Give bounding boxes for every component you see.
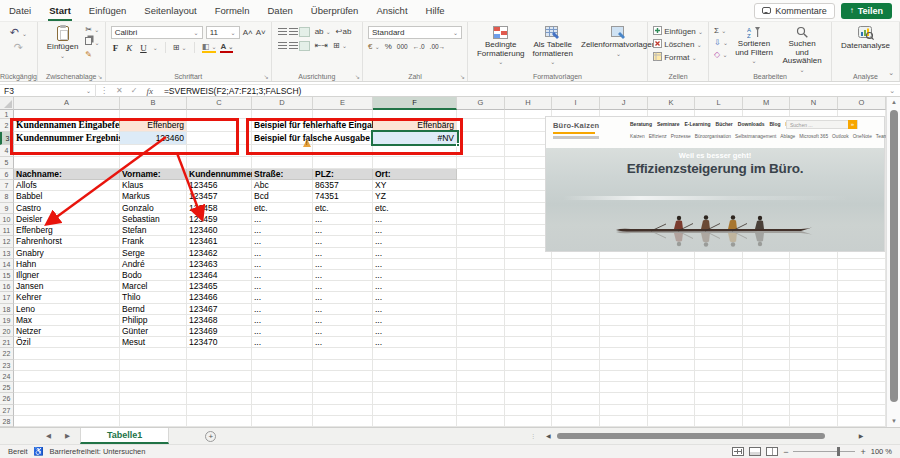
column-header-N[interactable]: N: [790, 97, 838, 110]
column-header-I[interactable]: I: [552, 97, 600, 110]
cell-F11[interactable]: ...: [373, 225, 457, 236]
insert-function-icon[interactable]: fx: [141, 86, 158, 96]
cell[interactable]: [457, 203, 505, 214]
cell[interactable]: [648, 405, 695, 416]
cell-C16[interactable]: 123465: [187, 281, 252, 292]
cell[interactable]: [695, 292, 743, 303]
website-nav-link[interactable]: Ablage: [780, 134, 795, 139]
menu-tab-start[interactable]: Start: [40, 1, 80, 21]
cell-B10[interactable]: Sebastian: [120, 214, 187, 225]
comments-button[interactable]: Kommentare: [754, 3, 835, 19]
row-header-20[interactable]: 20: [0, 326, 14, 337]
cell[interactable]: [695, 281, 743, 292]
cell-A6[interactable]: Nachname:: [14, 169, 120, 180]
cell-F2[interactable]: Effenbärg: [373, 119, 457, 132]
autosum-button[interactable]: Σ ⌄: [714, 26, 728, 36]
paste-button[interactable]: Einfügen ⌄: [43, 25, 83, 61]
zoom-in-button[interactable]: +: [860, 447, 865, 457]
cell[interactable]: [505, 236, 552, 247]
cell[interactable]: [648, 315, 695, 326]
row-header-6[interactable]: 6: [0, 169, 14, 180]
accessibility-status[interactable]: Barrierefreiheit: Untersuchen: [50, 447, 146, 456]
cell[interactable]: [648, 304, 695, 315]
website-nav-link[interactable]: Microsoft 365: [799, 134, 828, 139]
cell[interactable]: [252, 157, 313, 169]
cell[interactable]: [373, 348, 457, 359]
expand-formula-bar-chevron-icon[interactable]: ⌄: [889, 87, 900, 95]
column-header-E[interactable]: E: [313, 97, 373, 110]
cell[interactable]: [120, 348, 187, 359]
sheet-tab-tabelle1[interactable]: Tabelle1: [80, 428, 169, 444]
cell[interactable]: [695, 326, 743, 337]
cell[interactable]: [838, 393, 886, 404]
column-header-L[interactable]: L: [695, 97, 743, 110]
cell[interactable]: [552, 304, 600, 315]
cell-B21[interactable]: Mesut: [120, 337, 187, 348]
cell[interactable]: [552, 292, 600, 303]
cell-F19[interactable]: ...: [373, 315, 457, 326]
cell-C14[interactable]: 123463: [187, 259, 252, 270]
cell-A20[interactable]: Netzer: [14, 326, 120, 337]
cell-C15[interactable]: 123464: [187, 270, 252, 281]
cell[interactable]: [120, 393, 187, 404]
align-left-icon[interactable]: [278, 42, 287, 50]
cell-A2[interactable]: Kundennamen Eingabefeld:: [14, 119, 120, 132]
cut-button[interactable]: ✂ ⌄: [85, 25, 99, 35]
cell-E18[interactable]: ...: [313, 304, 373, 315]
row-header-7[interactable]: 7: [0, 180, 14, 191]
number-dialog-launcher[interactable]: ↘: [460, 73, 465, 80]
select-all-corner[interactable]: [0, 97, 14, 110]
website-nav-link[interactable]: Prozesse: [671, 134, 691, 139]
cell-B13[interactable]: Serge: [120, 248, 187, 259]
cell-E9[interactable]: etc.: [313, 203, 373, 214]
clear-button[interactable]: ◇ ⌄: [714, 50, 728, 60]
cell[interactable]: [743, 382, 790, 393]
cell-D19[interactable]: ...: [252, 315, 313, 326]
align-top-icon[interactable]: [278, 28, 287, 36]
number-format-select[interactable]: Standard⌄: [368, 26, 462, 39]
cell-E12[interactable]: ...: [313, 236, 373, 247]
cell-D7[interactable]: Abc: [252, 180, 313, 191]
cell[interactable]: [373, 382, 457, 393]
cell[interactable]: [695, 270, 743, 281]
cell[interactable]: [457, 326, 505, 337]
cell[interactable]: [600, 326, 648, 337]
cell[interactable]: [457, 292, 505, 303]
website-nav-link[interactable]: Outlook: [832, 134, 849, 139]
scroll-right-arrow-icon[interactable]: ▶: [855, 432, 868, 439]
menu-tab-seitenlayout[interactable]: Seitenlayout: [135, 1, 205, 21]
cell[interactable]: [187, 393, 252, 404]
name-box[interactable]: F3 ⌄: [0, 84, 96, 97]
row-header-10[interactable]: 10: [0, 214, 14, 225]
cell[interactable]: [505, 382, 552, 393]
website-nav-link[interactable]: Effizienz: [649, 134, 667, 139]
cell[interactable]: [648, 416, 695, 427]
cell-D8[interactable]: Bcd: [252, 191, 313, 202]
cell[interactable]: [552, 416, 600, 427]
website-nav-link[interactable]: Seminare: [657, 121, 680, 127]
cell-A3[interactable]: Kundennummer Ergebnis:: [14, 132, 120, 145]
cell[interactable]: [505, 214, 552, 225]
cell[interactable]: [457, 225, 505, 236]
cell[interactable]: [552, 337, 600, 348]
cell[interactable]: [505, 281, 552, 292]
website-nav-link[interactable]: Bücher: [716, 121, 733, 127]
scroll-left-arrow-icon[interactable]: ◀: [542, 432, 555, 439]
column-header-B[interactable]: B: [120, 97, 187, 110]
cell[interactable]: [313, 371, 373, 382]
cell[interactable]: [790, 315, 838, 326]
cell[interactable]: [743, 360, 790, 371]
orientation-button[interactable]: ab ⌄: [315, 27, 331, 37]
cell-C17[interactable]: 123466: [187, 292, 252, 303]
cell[interactable]: [505, 180, 552, 191]
error-warning-icon[interactable]: [303, 139, 311, 147]
cell-F3[interactable]: #NV: [373, 132, 457, 145]
cell[interactable]: [187, 110, 252, 119]
cell-B2[interactable]: Effenberg: [120, 119, 187, 132]
cell[interactable]: [373, 145, 457, 157]
cell[interactable]: [743, 292, 790, 303]
cell-B8[interactable]: Markus: [120, 191, 187, 202]
align-right-icon[interactable]: [300, 42, 309, 50]
website-nav-link[interactable]: E-Learning: [684, 121, 710, 127]
cell[interactable]: [552, 315, 600, 326]
